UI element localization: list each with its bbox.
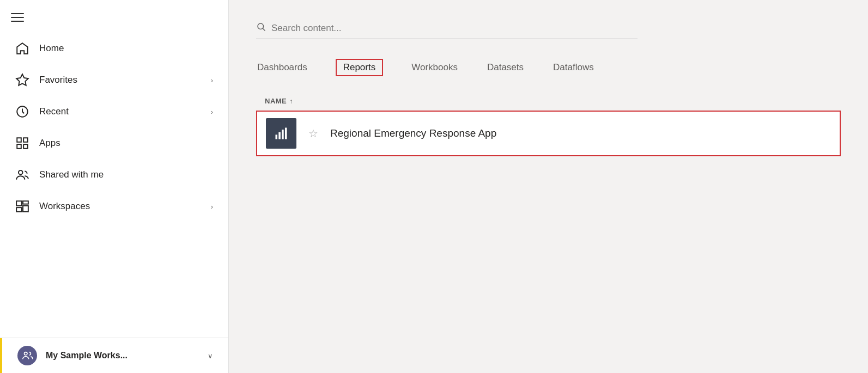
sidebar-item-shared[interactable]: Shared with me: [0, 159, 228, 191]
sidebar-item-home-label: Home: [39, 43, 213, 54]
sidebar-nav: Home Favorites › Recent ›: [0, 33, 228, 222]
svg-rect-7: [16, 201, 22, 206]
sidebar-item-home[interactable]: Home: [0, 33, 228, 64]
tab-workbooks[interactable]: Workbooks: [410, 59, 459, 76]
recent-chevron: ›: [211, 108, 213, 116]
table-header: NAME ↑: [256, 91, 841, 111]
search-input[interactable]: [271, 23, 638, 34]
workspace-avatar: [17, 346, 37, 365]
svg-rect-17: [285, 128, 287, 139]
svg-point-12: [258, 23, 264, 29]
svg-point-6: [19, 170, 23, 175]
svg-rect-15: [278, 132, 280, 139]
svg-rect-14: [276, 134, 278, 139]
table-row[interactable]: ☆ Regional Emergency Response App: [256, 111, 841, 156]
svg-rect-3: [23, 138, 28, 142]
sidebar-item-favorites-label: Favorites: [39, 75, 201, 85]
svg-rect-4: [17, 144, 21, 149]
search-bar[interactable]: [256, 22, 638, 39]
sidebar-item-workspaces[interactable]: Workspaces ›: [0, 191, 228, 222]
workspace-item[interactable]: My Sample Works... ∨: [0, 338, 228, 373]
svg-rect-16: [282, 130, 284, 139]
workspaces-icon: [15, 199, 29, 213]
main-content: Dashboards Reports Workbooks Datasets Da…: [229, 0, 868, 373]
hamburger-icon: [11, 13, 24, 22]
favorites-chevron: ›: [211, 76, 213, 84]
svg-marker-0: [16, 74, 28, 85]
tab-reports[interactable]: Reports: [336, 59, 384, 76]
favorites-icon: [15, 73, 29, 87]
tab-dataflows[interactable]: Dataflows: [552, 59, 595, 76]
sort-arrow: ↑: [289, 97, 293, 105]
shared-icon: [15, 168, 29, 182]
sidebar-item-recent-label: Recent: [39, 106, 201, 117]
sidebar-item-apps[interactable]: Apps: [0, 127, 228, 159]
sidebar-item-shared-label: Shared with me: [39, 169, 213, 180]
recent-icon: [15, 105, 29, 119]
svg-rect-8: [23, 201, 28, 204]
svg-line-13: [263, 28, 265, 30]
workspace-chevron: ∨: [208, 352, 213, 360]
sidebar: Home Favorites › Recent ›: [0, 0, 229, 373]
workspaces-chevron: ›: [211, 203, 213, 211]
star-icon[interactable]: ☆: [308, 127, 318, 140]
sidebar-item-apps-label: Apps: [39, 138, 213, 149]
svg-rect-9: [16, 207, 22, 212]
tab-datasets[interactable]: Datasets: [486, 59, 525, 76]
svg-rect-2: [17, 138, 21, 142]
workspace-section: My Sample Works... ∨: [0, 338, 228, 373]
sidebar-item-workspaces-label: Workspaces: [39, 201, 201, 212]
svg-rect-10: [23, 206, 28, 212]
svg-rect-5: [23, 144, 28, 149]
home-icon: [15, 41, 29, 56]
report-icon-box: [266, 118, 296, 149]
svg-point-11: [25, 352, 28, 356]
sidebar-item-recent[interactable]: Recent ›: [0, 96, 228, 127]
tabs-bar: Dashboards Reports Workbooks Datasets Da…: [256, 59, 841, 76]
hamburger-button[interactable]: [0, 5, 228, 27]
name-column-header: NAME ↑: [265, 97, 293, 105]
report-name: Regional Emergency Response App: [330, 127, 831, 139]
search-icon: [256, 22, 266, 34]
workspace-label: My Sample Works...: [46, 351, 199, 360]
apps-icon: [15, 136, 29, 150]
tab-dashboards[interactable]: Dashboards: [256, 59, 308, 76]
sidebar-item-favorites[interactable]: Favorites ›: [0, 64, 228, 96]
